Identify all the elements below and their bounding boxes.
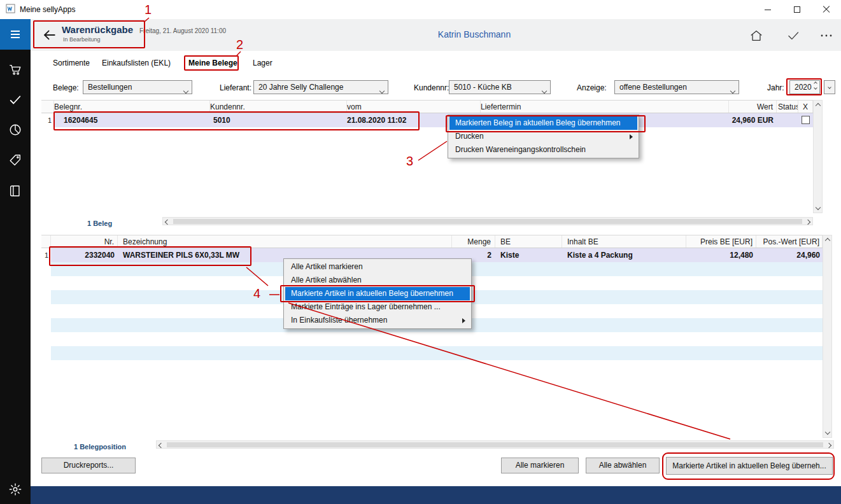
- maximize-button[interactable]: [782, 0, 812, 19]
- page-status: In Bearbeitung: [63, 36, 101, 43]
- cell-belegnr: 16204645: [54, 113, 210, 127]
- chevron-down-icon: [731, 86, 735, 94]
- col-pos-wert[interactable]: Pos.-Wert [EUR]: [756, 235, 823, 248]
- position-context-menu: Alle Artikel markieren Alle Artikel abwä…: [283, 258, 472, 329]
- anzeige-select[interactable]: offene Bestellungen: [614, 80, 739, 94]
- close-icon: [823, 6, 830, 13]
- row-checkbox[interactable]: [802, 116, 810, 124]
- position-table-vscrollbar[interactable]: [823, 235, 832, 438]
- gear-icon: [8, 482, 22, 496]
- belege-label: Belege:: [53, 83, 79, 92]
- col-inhalt-be[interactable]: Inhalt BE: [562, 235, 686, 248]
- position-count: 1 Belegposition: [74, 443, 126, 451]
- uebernehmen-button[interactable]: Markierte Artikel in aktuellen Beleg übe…: [666, 457, 833, 475]
- scrollbar-thumb[interactable]: [167, 442, 823, 447]
- minimize-icon: [765, 10, 771, 10]
- cell-pos-wert: 24,960: [756, 248, 823, 262]
- hamburger-icon: [9, 28, 22, 41]
- ellipsis-icon: [820, 29, 833, 42]
- back-arrow-icon: [41, 28, 57, 42]
- col-wert[interactable]: Wert: [729, 101, 777, 113]
- cell-wert: 24,960 EUR: [729, 113, 777, 127]
- chevron-down-icon: [184, 86, 188, 94]
- more-options-button[interactable]: [819, 28, 834, 43]
- scroll-left-icon: [159, 443, 164, 448]
- jahr-spinner[interactable]: 2020: [789, 80, 820, 94]
- menu-item-beleg-uebernehmen[interactable]: Markierten Beleg in aktuellen Beleg über…: [449, 116, 637, 130]
- scroll-up-icon: [825, 238, 830, 243]
- col-belegnr[interactable]: Belegnr.: [54, 101, 210, 113]
- col-x[interactable]: X: [798, 101, 813, 113]
- jahr-value: 2020: [795, 83, 812, 92]
- sidebar-item-prices[interactable]: [8, 153, 22, 167]
- page-header: Warenrückgabe In Bearbeitung Freitag, 21…: [31, 19, 841, 51]
- cell-nr: 2332040: [51, 248, 118, 262]
- tab-sortimente[interactable]: Sortimente: [53, 59, 90, 67]
- empty-row: [51, 332, 823, 346]
- beleg-table-hscrollbar[interactable]: [162, 217, 813, 225]
- tab-lager[interactable]: Lager: [253, 59, 272, 67]
- beleg-table: Belegnr. Kundennr. vom Liefertermin Wert…: [41, 100, 813, 127]
- scrollbar-thumb[interactable]: [173, 219, 802, 224]
- sidebar-item-statistics[interactable]: [8, 123, 22, 137]
- alle-abwaehlen-button[interactable]: Alle abwählen: [586, 458, 660, 473]
- col-be[interactable]: BE: [495, 235, 562, 248]
- kundennr-select[interactable]: 5010 - Küche KB: [449, 80, 551, 94]
- col-preis-be[interactable]: Preis BE [EUR]: [686, 235, 756, 248]
- menu-item-einkaufsliste-uebernehmen[interactable]: In Einkaufsliste übernehmen: [285, 314, 470, 327]
- row-number: 1: [41, 113, 54, 127]
- alle-markieren-button[interactable]: Alle markieren: [501, 458, 579, 473]
- menu-item-alle-markieren[interactable]: Alle Artikel markieren: [285, 260, 470, 274]
- sidebar-item-cart[interactable]: [8, 62, 22, 76]
- home-button[interactable]: [749, 28, 764, 43]
- submenu-arrow-icon: [630, 134, 633, 139]
- cell-preis-be: 12,480: [686, 248, 756, 262]
- menu-item-alle-abwaehlen[interactable]: Alle Artikel abwählen: [285, 274, 470, 287]
- belege-select[interactable]: Bestellungen: [83, 80, 192, 94]
- menu-item-drucken-kontrollschein[interactable]: Drucken Wareneingangskontrollschein: [449, 143, 637, 157]
- menu-button[interactable]: [0, 19, 31, 50]
- lieferant-select[interactable]: 20 Jahre Selly Challenge: [253, 80, 388, 94]
- jahr-label: Jahr:: [767, 83, 784, 92]
- sidebar-item-tasks[interactable]: [8, 93, 22, 107]
- maximize-icon: [794, 6, 800, 13]
- col-kundennr[interactable]: Kundennr.: [210, 101, 347, 113]
- page-title: Warenrückgabe: [62, 24, 133, 35]
- app-window: Meine sellyApps: [0, 0, 841, 504]
- col-status[interactable]: Status: [777, 101, 798, 113]
- col-vom[interactable]: vom: [347, 101, 481, 113]
- pie-chart-icon: [8, 123, 22, 137]
- scroll-right-icon: [826, 443, 831, 448]
- submenu-arrow-icon: [462, 318, 465, 323]
- anzeige-select-value: offene Bestellungen: [619, 83, 687, 92]
- tab-einkaufslisten[interactable]: Einkaufslisten (EKL): [102, 59, 171, 67]
- check-icon: [787, 29, 800, 42]
- tab-meine-belege[interactable]: Meine Belege: [188, 59, 237, 67]
- lieferant-label: Lieferant:: [220, 83, 251, 92]
- sidebar-item-catalog[interactable]: [8, 184, 22, 198]
- menu-item-lager-uebernehmen[interactable]: Markierte Einträge ins Lager übernehmen …: [285, 300, 470, 314]
- menu-item-artikel-uebernehmen[interactable]: Markierte Artikel in aktuellen Beleg übe…: [285, 287, 470, 300]
- col-nr[interactable]: Nr.: [51, 235, 118, 248]
- back-button[interactable]: [41, 28, 58, 42]
- beleg-table-row[interactable]: 1 16204645 5010 21.08.2020 11:02 24,960 …: [41, 113, 813, 127]
- col-menge[interactable]: Menge: [452, 235, 495, 248]
- belege-select-value: Bestellungen: [88, 83, 132, 92]
- minimize-button[interactable]: [753, 0, 782, 19]
- window-controls: [753, 0, 841, 19]
- beleg-table-vscrollbar[interactable]: [813, 100, 823, 213]
- user-name: Katrin Buschmann: [379, 29, 570, 39]
- sidebar-item-settings[interactable]: [8, 482, 22, 496]
- cart-icon: [8, 62, 22, 76]
- window-title: Meine sellyApps: [20, 5, 75, 14]
- menu-item-drucken[interactable]: Drucken: [449, 130, 637, 143]
- close-button[interactable]: [812, 0, 841, 19]
- col-bezeichnung[interactable]: Bezeichnung: [118, 235, 452, 248]
- col-liefertermin[interactable]: Liefertermin: [481, 101, 729, 113]
- jahr-dropdown-button[interactable]: [824, 80, 835, 94]
- row-number: 1: [41, 248, 51, 262]
- druckreports-button[interactable]: Druckreports...: [41, 458, 136, 473]
- confirm-button[interactable]: [786, 28, 801, 43]
- scroll-down-icon: [825, 430, 830, 435]
- position-table-hscrollbar[interactable]: [156, 440, 834, 449]
